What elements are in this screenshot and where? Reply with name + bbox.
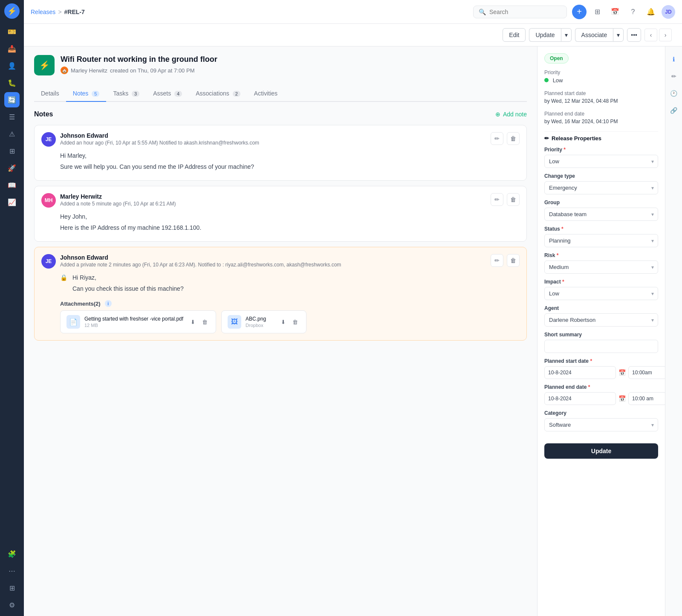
impact-select[interactable]: Low Medium High xyxy=(544,287,658,300)
sidebar-icon-change[interactable]: 🔄 xyxy=(4,92,20,107)
rp-impact-label: Impact * xyxy=(544,279,658,285)
associate-dropdown-arrow[interactable]: ▾ xyxy=(613,28,624,42)
note-author-name-2: Marley Herwitz xyxy=(60,193,176,200)
group-select-wrapper: Database team Network team xyxy=(544,208,658,221)
util-clock-icon[interactable]: 🕐 xyxy=(668,87,680,99)
help-icon-button[interactable]: ? xyxy=(626,5,640,19)
breadcrumb-parent[interactable]: Releases xyxy=(31,9,55,15)
note-author-2: MH Marley Herwitz Added a note 5 minute … xyxy=(41,193,176,208)
note-avatar-3: JE xyxy=(41,254,56,269)
note-author-meta-1: Added an hour ago (Fri, 10 Apr at 5:55 A… xyxy=(60,140,259,146)
rp-field-planned-start: Planned start date * 📅 🕐 ↺ xyxy=(544,358,658,379)
sidebar-icon-release[interactable]: 🚀 xyxy=(4,160,20,176)
tab-notes[interactable]: Notes 5 xyxy=(66,86,107,102)
note-actions-2: ✏ 🗑 xyxy=(491,193,520,206)
calendar-start-icon[interactable]: 📅 xyxy=(618,369,626,376)
note-delete-btn-3[interactable]: 🗑 xyxy=(507,254,520,267)
priority-label: Priority xyxy=(544,69,658,75)
note-edit-btn-1[interactable]: ✏ xyxy=(491,132,503,145)
sidebar-icon-settings[interactable]: ⚙ xyxy=(4,597,20,613)
sidebar-icon-analytics[interactable]: 📈 xyxy=(4,194,20,210)
associate-dropdown-button[interactable]: Associate xyxy=(575,28,613,42)
tab-details[interactable]: Details xyxy=(34,86,66,102)
right-panel: Open Priority Low Planned start date by … xyxy=(537,46,665,616)
app-logo[interactable]: ⚡ xyxy=(4,3,20,19)
search-input[interactable] xyxy=(489,9,558,15)
creator-name: Marley Herwitz xyxy=(71,67,107,74)
rp-short-summary-label: Short summary xyxy=(544,332,658,338)
sidebar: ⚡ 🎫 📥 👤 🐛 🔄 ☰ ⚠ ⊞ 🚀 📖 📈 🧩 ⋯ ⊞ ⚙ xyxy=(0,0,24,616)
note-card-1: JE Johnson Edward Added an hour ago (Fri… xyxy=(34,125,527,181)
rp-field-priority: Priority * Low Medium High xyxy=(544,147,658,168)
attachment-download-btn-1[interactable]: ⬇ xyxy=(188,317,198,327)
tab-activities[interactable]: Activities xyxy=(247,86,284,102)
sidebar-icon-bug[interactable]: 🐛 xyxy=(4,75,20,90)
util-link-icon[interactable]: 🔗 xyxy=(668,104,680,116)
sidebar-icon-warning[interactable]: ⚠ xyxy=(4,126,20,142)
tab-associations[interactable]: Associations 2 xyxy=(189,86,247,102)
agent-select[interactable]: Darlene Robertson Johnson Edward xyxy=(544,313,658,327)
more-options-button[interactable]: ••• xyxy=(627,28,641,42)
assets-badge: 4 xyxy=(174,91,182,97)
change-type-select[interactable]: Emergency Normal Standard xyxy=(544,181,658,194)
sidebar-icon-users[interactable]: 👤 xyxy=(4,58,20,73)
bell-icon-button[interactable]: 🔔 xyxy=(644,5,658,19)
calendar-end-icon[interactable]: 📅 xyxy=(618,395,626,402)
nav-arrows: ‹ › xyxy=(644,29,672,41)
note-delete-btn-1[interactable]: 🗑 xyxy=(507,132,520,145)
planned-start-label: Planned start date xyxy=(544,90,658,96)
short-summary-input[interactable] xyxy=(544,340,658,353)
attachment-delete-btn-2[interactable]: 🗑 xyxy=(290,317,300,327)
status-select[interactable]: Planning In Progress Done xyxy=(544,234,658,247)
category-select-wrapper: Software Hardware Network xyxy=(544,418,658,431)
note-edit-btn-3[interactable]: ✏ xyxy=(491,254,503,267)
util-edit-icon[interactable]: ✏ xyxy=(668,70,680,82)
right-util-bar: ℹ ✏ 🕐 🔗 xyxy=(665,46,682,616)
sidebar-icon-list[interactable]: ☰ xyxy=(4,109,20,124)
add-note-button[interactable]: ⊕ Add note xyxy=(495,111,527,118)
planned-start-time-input[interactable] xyxy=(628,366,665,379)
attachment-file-icon-2: 🖼 xyxy=(228,315,241,329)
planned-end-time-input[interactable] xyxy=(628,392,665,405)
topnav: Releases > #REL-7 🔍 + ⊞ 📅 ? 🔔 JD xyxy=(24,0,682,24)
attachment-card-2: 🖼 ABC.png Dropbox ⬇ 🗑 xyxy=(221,310,306,333)
calendar-icon-button[interactable]: 📅 xyxy=(608,5,622,19)
sidebar-icon-layers[interactable]: ⊞ xyxy=(4,143,20,159)
rp-field-category: Category Software Hardware Network xyxy=(544,410,658,431)
grid-icon-button[interactable]: ⊞ xyxy=(590,5,604,19)
user-avatar[interactable]: JD xyxy=(662,5,675,19)
tab-tasks[interactable]: Tasks 3 xyxy=(106,86,146,102)
rp-planned-start-label: Planned start date * xyxy=(544,358,658,364)
rp-field-impact: Impact * Low Medium High xyxy=(544,279,658,300)
note-edit-btn-2[interactable]: ✏ xyxy=(491,193,503,206)
attachment-delete-btn-1[interactable]: 🗑 xyxy=(199,317,210,327)
lock-icon: 🔒 xyxy=(60,273,67,282)
sidebar-icon-ticket[interactable]: 🎫 xyxy=(4,24,20,39)
update-button[interactable]: Update xyxy=(544,443,658,459)
group-select[interactable]: Database team Network team xyxy=(544,208,658,221)
attachment-name-2: ABC.png xyxy=(246,316,274,322)
sidebar-icon-grid[interactable]: ⊞ xyxy=(4,580,20,596)
sidebar-icon-dots[interactable]: ⋯ xyxy=(4,563,20,578)
util-info-icon[interactable]: ℹ xyxy=(668,53,680,65)
nav-prev-button[interactable]: ‹ xyxy=(644,29,657,41)
update-dropdown-arrow[interactable]: ▾ xyxy=(561,28,572,42)
tab-assets[interactable]: Assets 4 xyxy=(146,86,189,102)
sidebar-icon-puzzle[interactable]: 🧩 xyxy=(4,546,20,561)
rp-change-type-label: Change type xyxy=(544,173,658,179)
sidebar-icon-book[interactable]: 📖 xyxy=(4,177,20,193)
note-delete-btn-2[interactable]: 🗑 xyxy=(507,193,520,206)
edit-button[interactable]: Edit xyxy=(503,28,526,42)
risk-select[interactable]: Low Medium High xyxy=(544,260,658,274)
info-icon[interactable]: i xyxy=(105,300,112,307)
attachment-download-btn-2[interactable]: ⬇ xyxy=(278,317,288,327)
planned-start-date-input[interactable] xyxy=(544,366,616,379)
update-dropdown-button[interactable]: Update xyxy=(529,28,561,42)
note-author-name-3: Johnson Edward xyxy=(60,254,341,261)
nav-next-button[interactable]: › xyxy=(659,29,672,41)
add-button[interactable]: + xyxy=(572,5,587,19)
planned-end-date-input[interactable] xyxy=(544,392,616,405)
category-select[interactable]: Software Hardware Network xyxy=(544,418,658,431)
priority-select[interactable]: Low Medium High xyxy=(544,155,658,168)
sidebar-icon-inbox[interactable]: 📥 xyxy=(4,41,20,56)
